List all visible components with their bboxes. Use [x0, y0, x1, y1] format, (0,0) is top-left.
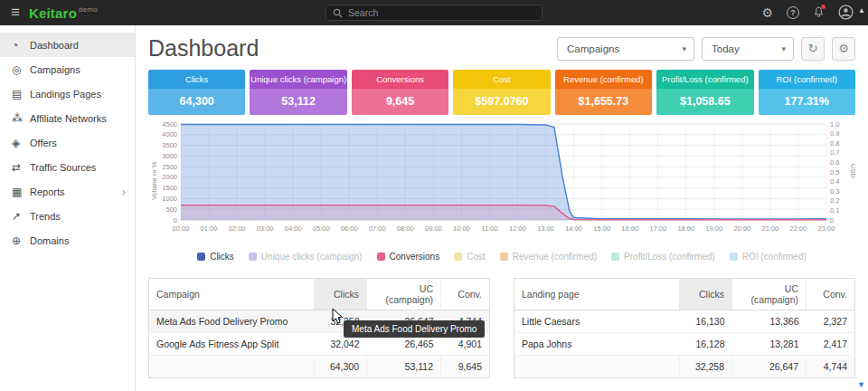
sidebar-item-traffic-sources[interactable]: ⇄Traffic Sources	[0, 155, 135, 179]
dashboard-settings-button[interactable]: ⚙	[832, 37, 855, 61]
landing-pages-table: Landing page Clicks UC (campaign) Conv. …	[514, 278, 855, 378]
sidebar: ◔Dashboard ◎Campaigns ▤Landings Pages ⁂A…	[0, 25, 136, 391]
search-input[interactable]	[348, 7, 520, 18]
legend-profit-loss[interactable]: Profit/Loss (confirmed)	[611, 252, 715, 262]
main-content: Dashboard Campaigns ▾ Today ▾ ↻ ⚙ Clicks…	[136, 25, 868, 391]
svg-text:14:00: 14:00	[565, 224, 582, 233]
campaigns-filter-select[interactable]: Campaigns ▾	[557, 37, 694, 61]
svg-text:Volume or %: Volume or %	[150, 161, 158, 200]
card-value: 9,645	[352, 89, 448, 115]
svg-text:10:00: 10:00	[453, 224, 470, 233]
settings-gear-icon[interactable]: ⚙	[761, 6, 773, 19]
col-header-clicks[interactable]: Clicks	[315, 279, 367, 310]
legend-swatch	[249, 253, 257, 261]
totals-spacer	[514, 356, 680, 378]
dashboard-icon: ◔	[12, 39, 30, 52]
date-range-value: Today	[712, 43, 740, 54]
demo-badge: demo	[79, 5, 98, 14]
legend-swatch	[377, 253, 385, 261]
uc-value: 13,281	[732, 333, 807, 356]
svg-text:0.7: 0.7	[830, 148, 839, 157]
app-logo[interactable]: Keitarodemo	[29, 5, 98, 21]
row-tooltip: Meta Ads Food Delivery Promo	[344, 320, 485, 338]
svg-text:0: 0	[830, 216, 834, 224]
chevron-right-icon: ›	[122, 185, 126, 198]
chart-legend: Clicks Unique clicks (campaign) Conversi…	[148, 249, 855, 262]
reports-icon: ▦	[12, 186, 30, 198]
global-search[interactable]	[326, 5, 542, 21]
card-value: $1,655.73	[555, 89, 652, 115]
card-label: Clicks	[148, 70, 245, 89]
scrollbar-up-arrow[interactable]: ▲	[858, 6, 865, 14]
svg-text:0.1: 0.1	[830, 206, 839, 215]
col-header-landing-page[interactable]: Landing page	[514, 279, 680, 310]
sidebar-item-offers[interactable]: ◈Offers	[0, 130, 135, 155]
card-label: Profit/Loss (confirmed)	[656, 70, 753, 89]
total-clicks: 64,300	[315, 356, 367, 378]
legend-clicks[interactable]: Clicks	[197, 252, 234, 262]
total-uc: 26,647	[732, 356, 807, 378]
col-header-campaign[interactable]: Campaign	[149, 279, 315, 310]
svg-text:0.3: 0.3	[830, 187, 839, 196]
legend-conversions[interactable]: Conversions	[377, 252, 440, 262]
user-avatar[interactable]	[838, 5, 854, 22]
svg-text:1000: 1000	[162, 195, 177, 203]
svg-text:04:00: 04:00	[285, 224, 302, 233]
sidebar-item-label: Domains	[30, 235, 69, 246]
card-cost: Cost$597.0760	[453, 70, 550, 115]
date-range-select[interactable]: Today ▾	[702, 37, 794, 61]
sidebar-item-reports[interactable]: ▦Reports›	[0, 179, 135, 204]
sidebar-item-affiliate-networks[interactable]: ⁂Affiliate Networks	[0, 106, 135, 130]
col-header-uc[interactable]: UC (campaign)	[367, 279, 441, 310]
legend-roi[interactable]: ROI (confirmed)	[730, 252, 807, 262]
card-label: Cost	[453, 70, 550, 89]
col-header-uc[interactable]: UC (campaign)	[732, 279, 807, 310]
table-row[interactable]: Little Caesars 16,130 13,366 2,327	[514, 310, 855, 333]
legend-revenue[interactable]: Revenue (confirmed)	[500, 252, 597, 262]
clicks-value: 16,130	[680, 310, 732, 333]
help-icon[interactable]: ?	[787, 6, 799, 19]
legend-label: Conversions	[390, 252, 440, 262]
sidebar-item-trends[interactable]: ↗Trends	[0, 204, 135, 228]
sidebar-item-domains[interactable]: ⊕Domains	[0, 228, 135, 253]
svg-text:13:00: 13:00	[537, 224, 554, 233]
legend-unique-clicks[interactable]: Unique clicks (campaign)	[249, 252, 363, 262]
legend-cost[interactable]: Cost	[454, 252, 486, 262]
svg-text:0.2: 0.2	[830, 196, 839, 205]
svg-text:23:00: 23:00	[818, 224, 835, 233]
col-header-clicks[interactable]: Clicks	[680, 279, 732, 310]
col-header-conv[interactable]: Conv.	[807, 279, 855, 310]
svg-text:2000: 2000	[162, 173, 177, 181]
landing-pages-icon: ▤	[12, 88, 30, 100]
svg-text:22:00: 22:00	[790, 224, 807, 233]
svg-text:01:00: 01:00	[201, 224, 218, 233]
table-row[interactable]: Papa Johns 16,128 13,281 2,417	[514, 333, 855, 356]
totals-row: 64,300 53,112 9,645	[149, 356, 490, 378]
sidebar-item-campaigns[interactable]: ◎Campaigns	[0, 57, 135, 81]
legend-swatch	[454, 253, 462, 261]
svg-text:20:00: 20:00	[734, 224, 751, 233]
traffic-chart: 05001000150020002500300035004000450000.1…	[136, 115, 868, 262]
sidebar-item-dashboard[interactable]: ◔Dashboard	[0, 33, 135, 57]
svg-text:00:00: 00:00	[173, 224, 190, 233]
col-header-conv[interactable]: Conv.	[441, 279, 490, 310]
svg-text:21:00: 21:00	[762, 224, 779, 233]
refresh-icon: ↻	[808, 42, 818, 55]
menu-toggle-icon[interactable]: ≡	[0, 0, 29, 25]
uc-value: 13,366	[732, 310, 807, 333]
chevron-down-icon: ▾	[781, 44, 786, 53]
card-roi: ROI (confirmed)177.31%	[759, 70, 855, 115]
svg-text:3500: 3500	[162, 141, 177, 149]
card-label: Revenue (confirmed)	[555, 70, 652, 89]
sidebar-item-label: Traffic Sources	[30, 162, 96, 173]
refresh-button[interactable]: ↻	[801, 37, 825, 61]
svg-text:07:00: 07:00	[369, 224, 386, 233]
notifications-bell-icon[interactable]	[813, 5, 825, 20]
card-clicks: Clicks64,300	[148, 70, 245, 115]
svg-text:2500: 2500	[162, 163, 177, 171]
sidebar-item-label: Affiliate Networks	[30, 113, 107, 124]
landing-name: Papa Johns	[514, 333, 680, 356]
sidebar-item-landings-pages[interactable]: ▤Landings Pages	[0, 81, 135, 106]
svg-text:0.9: 0.9	[830, 129, 839, 138]
scrollbar-down-arrow[interactable]: ▼	[857, 380, 865, 389]
